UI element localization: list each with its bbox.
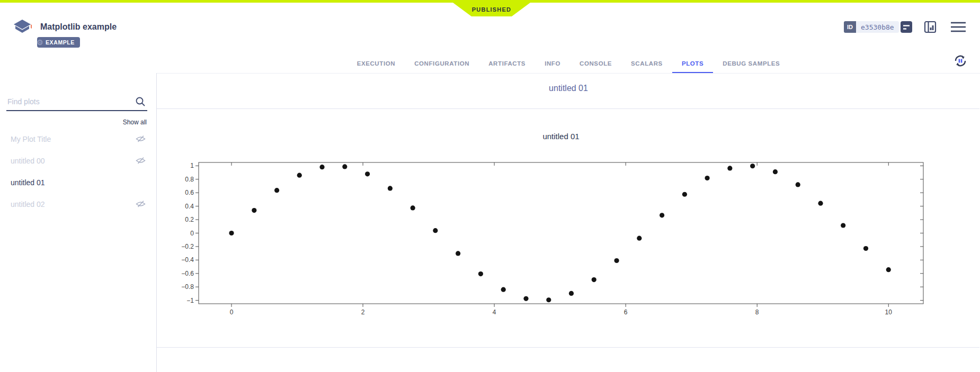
svg-text:8: 8 xyxy=(755,309,759,316)
svg-text:−0.6: −0.6 xyxy=(181,270,194,277)
sidebar-item-untitled-02[interactable]: untitled 02 xyxy=(0,193,156,215)
svg-text:−0.8: −0.8 xyxy=(181,283,194,291)
top-accent-bar xyxy=(0,0,980,3)
plot-item-label: My Plot Title xyxy=(11,135,51,143)
svg-text:0.8: 0.8 xyxy=(185,176,194,183)
svg-text:0: 0 xyxy=(230,309,234,316)
svg-text:−0.2: −0.2 xyxy=(181,243,194,250)
svg-text:untitled 01: untitled 01 xyxy=(542,132,579,141)
experiment-id-chip[interactable]: ID e3530b8e xyxy=(844,21,899,33)
status-ribbon: PUBLISHED xyxy=(453,3,530,16)
svg-text:0.4: 0.4 xyxy=(185,203,194,210)
tab-console[interactable]: CONSOLE xyxy=(570,55,621,73)
auto-refresh-icon[interactable] xyxy=(952,53,968,69)
eye-off-icon[interactable] xyxy=(136,200,146,208)
svg-text:0: 0 xyxy=(190,230,194,237)
tab-artifacts[interactable]: ARTIFACTS xyxy=(479,55,535,73)
sidebar-item-my-plot-title[interactable]: My Plot Title xyxy=(0,128,156,150)
svg-text:6: 6 xyxy=(624,309,628,316)
tab-debug-samples[interactable]: DEBUG SAMPLES xyxy=(713,55,789,73)
plot-search xyxy=(6,94,147,111)
example-badge: ⚙ EXAMPLE xyxy=(37,37,80,48)
sidebar-item-untitled-01[interactable]: untitled 01 xyxy=(0,171,156,193)
plot-list: My Plot Titleuntitled 00untitled 01untit… xyxy=(0,128,156,215)
details-view-icon[interactable] xyxy=(899,20,914,36)
svg-text:4: 4 xyxy=(493,309,496,316)
search-icon xyxy=(135,96,146,110)
tab-scalars[interactable]: SCALARS xyxy=(621,55,672,73)
tab-info[interactable]: INFO xyxy=(535,55,570,73)
tab-bar: EXECUTIONCONFIGURATIONARTIFACTSINFOCONSO… xyxy=(157,55,980,73)
menu-icon[interactable] xyxy=(950,21,967,35)
plots-sidebar: Show all My Plot Titleuntitled 00untitle… xyxy=(0,73,157,372)
eye-off-icon[interactable] xyxy=(136,135,146,143)
plot-section-title: untitled 01 xyxy=(157,84,980,93)
id-label: ID xyxy=(844,21,856,33)
plot-item-label: untitled 01 xyxy=(11,178,45,187)
svg-text:2: 2 xyxy=(361,309,365,316)
project-logo-icon xyxy=(13,19,32,39)
example-badge-label: EXAMPLE xyxy=(46,39,75,46)
show-all-link[interactable]: Show all xyxy=(123,119,147,126)
svg-text:1: 1 xyxy=(190,162,194,169)
svg-text:−1: −1 xyxy=(186,297,194,304)
eye-off-icon[interactable] xyxy=(136,157,146,165)
svg-text:0.2: 0.2 xyxy=(185,216,194,223)
plot-item-label: untitled 02 xyxy=(11,200,45,208)
sidebar-item-untitled-00[interactable]: untitled 00 xyxy=(0,150,156,171)
plot-svg: untitled 010246810−1−0.8−0.6−0.4−0.200.2… xyxy=(157,109,979,346)
experiment-title: Matplotlib example xyxy=(40,22,117,32)
tab-plots[interactable]: PLOTS xyxy=(672,55,713,73)
tab-configuration[interactable]: CONFIGURATION xyxy=(405,55,479,73)
svg-text:0.6: 0.6 xyxy=(185,189,194,196)
plot-item-label: untitled 00 xyxy=(11,157,45,165)
tab-execution[interactable]: EXECUTION xyxy=(348,55,405,73)
svg-text:10: 10 xyxy=(885,309,893,316)
id-value: e3530b8e xyxy=(856,21,899,33)
svg-text:−0.4: −0.4 xyxy=(181,256,194,264)
chart-panel-icon[interactable] xyxy=(923,20,938,36)
plot-card[interactable]: untitled 010246810−1−0.8−0.6−0.4−0.200.2… xyxy=(157,108,979,348)
search-input[interactable] xyxy=(6,94,132,109)
gear-icon: ⚙ xyxy=(37,38,43,47)
